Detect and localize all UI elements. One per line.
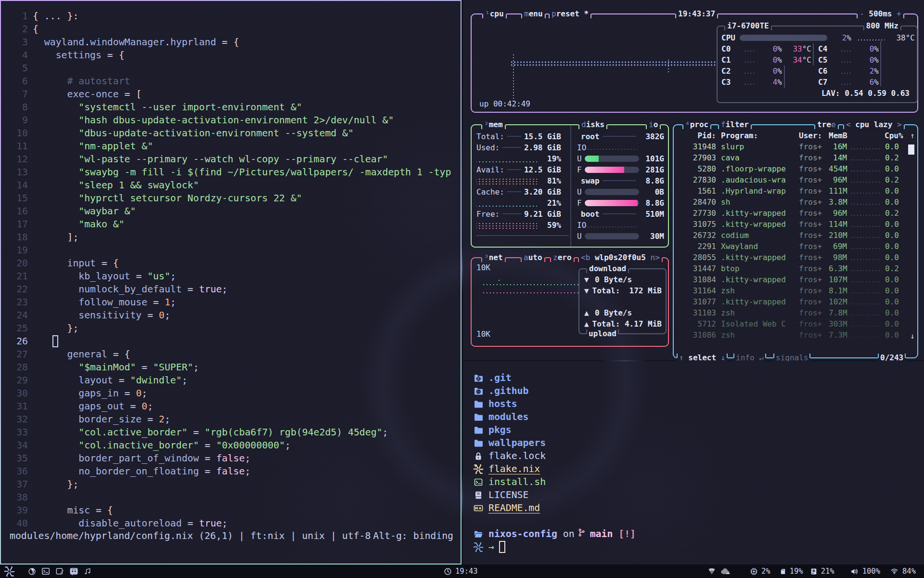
disk-value: 8.8G	[642, 197, 664, 209]
process-row[interactable]: 2291 Xwayland fros+ 69M 0.0	[678, 241, 912, 252]
file-icon-part-part-part	[477, 391, 478, 392]
code-line-text-part: exec-once	[67, 89, 118, 100]
process-row[interactable]: 31086 zsh fros+ 7.3M 0.0	[678, 329, 912, 341]
code-line: 36 no_border_on_floating = false;	[1, 465, 461, 478]
prompt-input-line[interactable]: →	[474, 540, 636, 553]
proc-table-header[interactable]: Pid: Program: User: MemB Cpu%	[678, 130, 912, 141]
line-number: 37	[1, 478, 28, 491]
process-row[interactable]: 27730 .kitty-wrapped fros+ 96M 0.2	[678, 208, 912, 219]
code-line-text: "nm-applet &"	[28, 140, 153, 153]
clock-icon	[444, 567, 452, 576]
discord-icon[interactable]	[69, 567, 78, 576]
proc-scroll-up-icon[interactable]: ↑	[910, 131, 915, 140]
process-row[interactable]: 31447 btop fros+ 6.3M 0.2	[678, 263, 912, 274]
notes-icon-part	[55, 567, 64, 576]
metric-memory-usage[interactable]: 19%	[780, 567, 803, 576]
code-editor[interactable]: 1{ ... }: 2{ 3 wayland.windowManager.hyp…	[1, 10, 461, 530]
net-zero-button[interactable]: zero	[550, 252, 575, 263]
net-direction-icon: ▲	[584, 307, 595, 318]
net-interface-switcher-part: n>	[651, 253, 660, 262]
file-icon-part-part	[474, 464, 483, 474]
proc-scroll-down-icon[interactable]: ↓	[910, 331, 915, 341]
cpu-box-title[interactable]: ¹cpu	[482, 8, 507, 20]
network-tray-icon[interactable]	[707, 567, 716, 576]
editor-window[interactable]: 1{ ... }: 2{ 3 wayland.windowManager.hyp…	[0, 0, 462, 565]
process-row[interactable]: 31164 zsh fros+ 8.1M 0.0	[678, 285, 912, 296]
file-icon-part	[474, 386, 483, 396]
code-line: 3 wayland.windowManager.hyprland = {	[1, 36, 461, 49]
notes-icon-part-part	[56, 568, 62, 574]
proc-filter-button[interactable]: filter	[718, 119, 752, 131]
process-row[interactable]: 5712 Isolated Web C fros+ 303M 0.0	[678, 318, 912, 329]
process-cpu: 0.0	[885, 241, 899, 252]
cpu-menu-button[interactable]: menu	[521, 8, 546, 20]
process-row[interactable]: 5280 .floorp-wrappe fros+ 454M 0.0	[678, 163, 912, 174]
btop-window[interactable]: ¹cpu menu preset * 19:43:37 - 500ms + up…	[463, 0, 924, 360]
waybar-launcher[interactable]	[4, 565, 14, 578]
code-line-text-part: gaps_in	[78, 388, 118, 399]
proc-scrollbar[interactable]	[908, 144, 914, 155]
process-row[interactable]: 28055 .kitty-wrapped fros+ 98M 0.0	[678, 252, 912, 263]
process-user: fros+	[799, 163, 829, 174]
process-row[interactable]: 27830 .audacious-wra fros+ 96M 0.2	[678, 174, 912, 185]
proc-tree-button[interactable]: tree	[814, 119, 839, 131]
code-line-text	[28, 335, 33, 348]
mem-usage-graph	[476, 220, 537, 231]
process-graph	[850, 285, 882, 296]
process-row[interactable]: 1561 .Hyprland-wrap fros+ 111M 0.0	[678, 185, 912, 197]
firefox-icon[interactable]	[28, 567, 36, 576]
music-icon-part-part	[85, 573, 87, 574]
wifi-signal-icon-part	[890, 567, 899, 575]
notes-icon[interactable]	[55, 567, 64, 576]
discord-icon-part-part	[72, 574, 73, 575]
code-line-text-part: ;	[222, 518, 228, 529]
net-box-title-part: ³	[484, 253, 489, 262]
file-icon	[474, 386, 484, 396]
code-line-text-part	[33, 284, 78, 295]
terminal-icon[interactable]	[41, 567, 50, 576]
cpu-load-average: LAV: 0.54 0.59 0.63	[721, 88, 913, 99]
process-row[interactable]: 31084 .kitty-wrapped fros+ 107M 0.0	[678, 274, 912, 285]
mem-box-title[interactable]: ²mem	[481, 119, 506, 131]
cpu-interval-control[interactable]: - 500ms +	[857, 8, 904, 20]
nixos-menu-icon[interactable]	[4, 566, 14, 577]
file-icon-part-part	[478, 457, 479, 458]
code-line-text-part: }	[67, 323, 73, 334]
net-box-title[interactable]: ³net	[481, 252, 506, 263]
code-line-text-part: {	[33, 24, 38, 35]
cpu-preset-button[interactable]: preset *	[549, 8, 591, 20]
net-interface-switcher[interactable]: <b wlp0s20f0u5 n>	[578, 252, 663, 263]
code-line-text-part	[33, 414, 78, 425]
process-user: fros+	[799, 152, 829, 163]
process-row[interactable]: 31075 .kitty-wrapped fros+ 114M 0.0	[678, 219, 912, 230]
code-line-text: "col.active_border" = "rgb(cba6f7) rgb(9…	[28, 426, 388, 439]
process-table[interactable]: 31948 slurp fros+ 16M 0.0 27903 cava fro…	[678, 141, 912, 341]
music-icon[interactable]	[84, 567, 91, 575]
disks-io-button[interactable]: io	[646, 119, 661, 131]
disks-box-title[interactable]: disks	[578, 119, 607, 131]
process-row[interactable]: 31103 zsh fros+ 7.8M 0.0	[678, 307, 912, 318]
metric-volume[interactable]: 100%	[850, 567, 880, 576]
nixos-menu-icon-part	[4, 566, 14, 577]
metric-disk-usage[interactable]: 21%	[810, 567, 834, 576]
file-icon-part-part-part	[479, 391, 480, 392]
terminal-window[interactable]: .git .github hosts modules pkgs	[463, 361, 924, 565]
waybar-clock[interactable]: 19:43	[444, 565, 478, 578]
window-border-top	[0, 0, 462, 1]
proc-box-title[interactable]: ⁴proc	[682, 119, 711, 131]
process-pid: 27730	[678, 208, 716, 219]
disk-meter-fill	[585, 200, 638, 206]
proc-sort-selector[interactable]: < cpu lazy >	[843, 119, 905, 131]
metric-cpu-usage[interactable]: 2%	[750, 567, 770, 576]
line-number: 25	[1, 322, 28, 335]
process-row[interactable]: 31077 .kitty-wrapped fros+ 102M 0.0	[678, 296, 912, 307]
metric-wifi-signal[interactable]: 84%	[890, 567, 916, 576]
net-stat-row: ▲0 Byte/s	[584, 307, 662, 318]
process-row[interactable]: 26732 codium fros+ 210M 0.0	[678, 230, 912, 241]
process-row[interactable]: 31948 slurp fros+ 16M 0.0	[678, 141, 912, 152]
process-row[interactable]: 27903 cava fros+ 14M 0.2	[678, 152, 912, 163]
cloudflare-tray-icon[interactable]	[720, 567, 732, 576]
net-auto-button[interactable]: auto	[521, 252, 545, 263]
code-line-text-part: ;	[73, 232, 78, 243]
process-row[interactable]: 28470 sh fros+ 3.8M 0.0	[678, 197, 912, 208]
